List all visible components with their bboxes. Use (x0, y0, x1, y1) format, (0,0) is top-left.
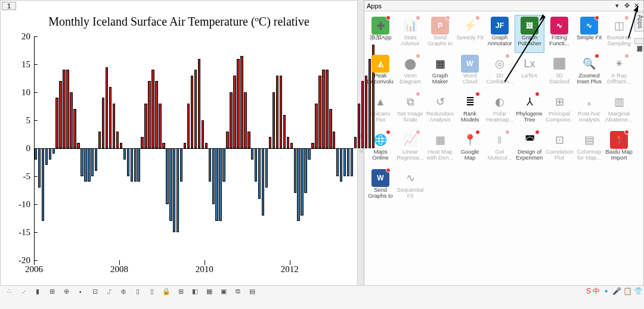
toolbar-button[interactable]: ⊞ (175, 287, 186, 296)
apps-menu-button[interactable]: ▾ (612, 2, 622, 10)
bar[interactable] (70, 92, 72, 148)
bar[interactable] (198, 59, 200, 148)
apps-close-button[interactable]: ✕ (631, 2, 641, 10)
bar[interactable] (123, 148, 126, 160)
tray-icon[interactable]: 🔹 (602, 287, 611, 295)
bar[interactable] (148, 81, 150, 148)
app-item[interactable]: ↺Redundancy Analysis (425, 91, 455, 129)
bar[interactable] (322, 70, 324, 148)
app-item[interactable]: ➕添加App (366, 15, 395, 53)
bar[interactable] (244, 92, 246, 148)
app-item[interactable]: 📈Linear Regressi... (395, 129, 425, 167)
toolbar-button[interactable]: ⊡ (89, 287, 100, 296)
app-item[interactable]: ⧉Set Image Scale (395, 91, 425, 129)
app-item[interactable]: 🖼Graph Publisher (515, 15, 544, 53)
bar[interactable] (258, 148, 261, 199)
bar[interactable] (222, 148, 225, 182)
bar[interactable] (226, 132, 228, 148)
bar[interactable] (280, 76, 282, 148)
bar[interactable] (191, 76, 193, 148)
chart-window[interactable]: 1 Monthly Iceland Surface Air Temperatur… (0, 0, 358, 286)
bar[interactable] (120, 143, 122, 148)
bar[interactable] (63, 70, 65, 148)
bar[interactable] (318, 76, 321, 148)
toolbar-button[interactable]: ▤ (247, 287, 258, 296)
app-item[interactable]: ⦀Gel Molecul... (485, 129, 515, 167)
bar[interactable] (113, 104, 115, 148)
toolbar-button[interactable]: ▮ (32, 287, 43, 296)
app-item[interactable]: ▥Marginal Abateme... (604, 91, 634, 129)
app-item[interactable]: ⬛3D Stacked Histograms (544, 53, 574, 91)
toolbar-button[interactable]: ▪ (75, 287, 86, 296)
side-tab-apps[interactable]: Apps (634, 12, 644, 32)
toolbar-button[interactable]: ▯ (147, 287, 157, 296)
bar[interactable] (287, 137, 289, 148)
app-item[interactable]: ∿Fitting Functi... (544, 15, 574, 53)
bar[interactable] (247, 132, 250, 148)
bar[interactable] (137, 148, 140, 182)
bar[interactable] (326, 70, 328, 148)
bar[interactable] (354, 137, 357, 148)
bar[interactable] (212, 148, 215, 204)
bar[interactable] (162, 143, 165, 148)
bar[interactable] (169, 148, 172, 221)
bar[interactable] (95, 148, 97, 171)
bar[interactable] (88, 148, 90, 182)
bar[interactable] (49, 148, 51, 160)
bar[interactable] (194, 70, 197, 148)
bar[interactable] (369, 59, 371, 148)
bar[interactable] (177, 148, 179, 232)
toolbar-button[interactable]: ▯ (132, 287, 143, 296)
bar[interactable] (283, 115, 286, 148)
app-item[interactable]: ◎2D Confiden... (485, 53, 515, 91)
bar[interactable] (365, 76, 367, 148)
toolbar-button[interactable]: ⧉ (233, 287, 243, 296)
app-item[interactable]: LxLaTeX (515, 53, 544, 91)
bar[interactable] (240, 56, 243, 148)
bar[interactable] (308, 148, 310, 160)
tray-icon[interactable]: 📋 (623, 287, 632, 295)
toolbar-button[interactable]: ▦ (204, 287, 215, 296)
bar[interactable] (233, 76, 236, 148)
toolbar-button[interactable]: ∴ (4, 287, 14, 296)
bar[interactable] (333, 132, 335, 148)
app-item[interactable]: ✴X-Ray Diffracti... (604, 53, 634, 91)
bar[interactable] (131, 148, 133, 182)
bar[interactable] (127, 148, 129, 176)
toolbar-button[interactable]: Ф (118, 287, 129, 296)
bar[interactable] (301, 148, 303, 216)
bar[interactable] (273, 92, 275, 148)
toolbar-button[interactable]: ⑀ (104, 287, 114, 296)
app-item[interactable]: PSend Graphs to PowerP... (425, 15, 455, 53)
bar[interactable] (77, 143, 79, 148)
bar[interactable] (304, 148, 306, 193)
bar[interactable] (187, 104, 190, 148)
bar[interactable] (209, 148, 211, 182)
bar[interactable] (358, 104, 360, 148)
app-item[interactable]: ◫Bootstrap Sampling (604, 15, 634, 53)
toolbar-button[interactable]: ⊞ (47, 287, 57, 296)
bar[interactable] (166, 148, 168, 204)
bar[interactable] (59, 81, 61, 148)
tray-icon[interactable]: S (586, 287, 591, 295)
app-item[interactable]: ⊞Principal Compone... (544, 91, 574, 129)
bar[interactable] (219, 148, 221, 221)
bar[interactable] (45, 148, 48, 165)
bar[interactable] (276, 76, 278, 148)
toolbar-button[interactable]: ⊕ (61, 287, 72, 296)
bar[interactable] (84, 148, 86, 182)
app-item[interactable]: 📍Baidu Map Import (604, 129, 634, 167)
app-item[interactable]: ⅄Phylogene... Tree (515, 91, 544, 129)
bar[interactable] (202, 120, 204, 148)
bar[interactable] (215, 148, 218, 221)
bar[interactable] (134, 148, 137, 182)
bar[interactable] (144, 104, 147, 148)
app-item[interactable]: ≣Rank Models (455, 91, 485, 129)
bar[interactable] (315, 104, 317, 148)
bar[interactable] (55, 98, 58, 148)
bar[interactable] (173, 148, 175, 232)
bar[interactable] (73, 109, 76, 148)
bar[interactable] (351, 148, 353, 176)
bar[interactable] (237, 59, 239, 148)
bar[interactable] (294, 148, 296, 193)
